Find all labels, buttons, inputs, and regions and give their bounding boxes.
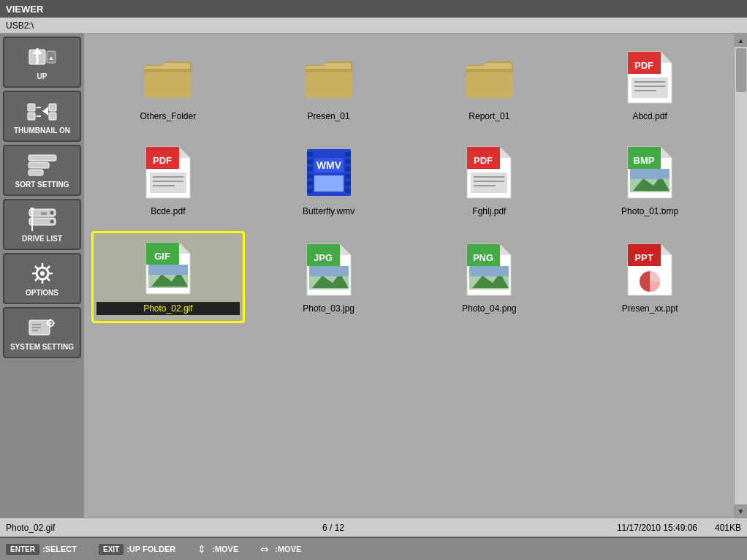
file-item-bcde-pdf[interactable]: PDF Bcde.pdf: [91, 136, 245, 224]
others-folder-name: Others_Folder: [140, 111, 197, 121]
butterfly-wmv-icon-wrap: WMV: [300, 143, 358, 202]
svg-rect-10: [49, 104, 56, 111]
svg-rect-66: [307, 174, 313, 178]
wmv-icon: WMV: [303, 143, 354, 202]
file-item-photo-01-bmp[interactable]: BMP Photo_01.bmp: [573, 136, 727, 224]
svg-rect-19: [41, 212, 47, 215]
file-grid: Others_Folder Presen_01: [84, 34, 734, 518]
photo-04-png-icon-wrap: PNG: [460, 241, 518, 299]
svg-rect-69: [345, 152, 351, 156]
svg-rect-74: [345, 189, 351, 193]
up-icon: ▲: [26, 44, 58, 70]
sort-button[interactable]: SORT SETTING: [3, 145, 81, 196]
svg-rect-70: [345, 159, 351, 164]
abcd-pdf-icon-wrap: PDF: [621, 48, 679, 107]
svg-rect-58: [150, 173, 186, 193]
bottom-bar: ENTER :SELECT EXIT :UP FOLDER ⇕ :MOVE ⇔ …: [0, 537, 747, 560]
svg-text:PDF: PDF: [634, 60, 653, 71]
gif-icon: GIF: [143, 239, 194, 298]
svg-marker-116: [661, 244, 672, 255]
svg-point-18: [50, 220, 53, 224]
app-title: VIEWER: [6, 4, 43, 15]
png-icon: PNG: [463, 241, 515, 299]
svg-rect-91: [630, 169, 670, 179]
svg-text:GIF: GIF: [154, 251, 170, 262]
svg-marker-79: [500, 147, 511, 158]
svg-marker-95: [179, 243, 190, 254]
file-item-abcd-pdf[interactable]: PDF Abcd.pdf: [573, 41, 727, 129]
exit-key: EXIT: [99, 544, 124, 555]
move-ud-label: :MOVE: [212, 545, 238, 553]
abcd-pdf-name: Abcd.pdf: [632, 111, 667, 121]
pdf-icon: PDF: [463, 143, 515, 202]
file-area-wrapper: Others_Folder Presen_01: [84, 34, 747, 518]
scroll-down-arrow[interactable]: ▼: [735, 504, 748, 518]
sidebar: ▲ UP THUMBNAIL ON SORT SE: [0, 34, 84, 518]
svg-marker-45: [661, 52, 672, 63]
current-path: USB2:\: [6, 20, 34, 31]
drive-icon: [26, 206, 58, 232]
presen-01-icon-wrap: [300, 48, 358, 107]
bottom-move-ud: ⇕ :MOVE: [197, 543, 238, 555]
pdf-icon: PDF: [624, 48, 675, 107]
thumbnail-button[interactable]: THUMBNAIL ON: [3, 91, 81, 142]
move-ud-arrow: ⇕: [197, 543, 206, 555]
svg-text:▲: ▲: [48, 55, 54, 61]
file-item-photo-03-jpg[interactable]: JPG Photo_03.jpg: [252, 231, 406, 323]
status-filename: Photo_02.gif: [6, 523, 152, 533]
presen-xx-ppt-name: Presen_xx.ppt: [622, 303, 678, 314]
bottom-move-lr: ⇔ :MOVE: [260, 543, 301, 555]
file-item-fghij-pdf[interactable]: PDF Fghlj.pdf: [413, 136, 566, 224]
status-bar: Photo_02.gif 6 / 12 11/17/2010 15:49:06 …: [0, 518, 747, 537]
svg-point-37: [49, 322, 51, 325]
options-button[interactable]: OPTIONS: [3, 253, 81, 304]
system-label: SYSTEM SETTING: [10, 343, 74, 351]
bottom-enter: ENTER :SELECT: [6, 544, 77, 555]
svg-text:WMV: WMV: [316, 159, 342, 171]
path-bar: USB2:\: [0, 18, 747, 34]
folder-icon: [301, 54, 356, 102]
drive-button[interactable]: DRIVE LIST: [3, 199, 81, 250]
fghij-pdf-icon-wrap: PDF: [460, 143, 518, 202]
up-button[interactable]: ▲ UP: [3, 37, 81, 88]
file-item-report-01[interactable]: Report_01: [413, 41, 566, 129]
file-item-photo-04-png[interactable]: PNG Photo_04.png: [413, 231, 566, 323]
presen-01-name: Presen_01: [308, 111, 350, 121]
svg-line-31: [35, 278, 39, 281]
thumbnail-label: THUMBNAIL ON: [14, 126, 70, 135]
move-lr-arrow: ⇔: [260, 543, 269, 555]
svg-text:PNG: PNG: [473, 252, 493, 263]
scroll-track[interactable]: [735, 47, 747, 504]
svg-rect-12: [29, 155, 56, 161]
file-item-photo-02-gif[interactable]: GIF Photo_02.gif: [91, 231, 245, 323]
svg-line-30: [46, 266, 50, 270]
file-item-butterfly-wmv[interactable]: WMV Butterfly.wmv: [252, 136, 406, 224]
svg-point-23: [40, 271, 45, 276]
svg-marker-9: [42, 107, 48, 116]
system-button[interactable]: SYSTEM SETTING: [3, 307, 81, 358]
svg-line-28: [35, 266, 39, 270]
file-item-others-folder[interactable]: Others_Folder: [91, 41, 245, 129]
svg-marker-88: [661, 147, 672, 158]
svg-rect-65: [307, 167, 313, 171]
file-item-presen-01[interactable]: Presen_01: [252, 41, 406, 129]
scroll-up-arrow[interactable]: ▲: [735, 34, 748, 47]
svg-rect-105: [309, 266, 349, 276]
svg-line-43: [52, 325, 53, 327]
main-area: ▲ UP THUMBNAIL ON SORT SE: [0, 34, 747, 518]
photo-03-jpg-name: Photo_03.jpg: [303, 303, 354, 314]
svg-rect-71: [345, 167, 351, 171]
file-item-presen-xx-ppt[interactable]: PPT Presen_xx.ppt: [573, 231, 727, 323]
report-01-icon-wrap: [460, 48, 518, 107]
svg-rect-64: [307, 159, 313, 164]
options-icon: [26, 260, 58, 287]
svg-rect-72: [345, 174, 351, 178]
exit-label: :UP FOLDER: [126, 545, 175, 553]
others-folder-icon-wrap: [139, 48, 197, 107]
enter-label: :SELECT: [42, 545, 77, 553]
ppt-icon: PPT: [624, 241, 675, 299]
scroll-thumb[interactable]: [736, 48, 746, 92]
enter-key: ENTER: [6, 544, 39, 555]
title-bar: VIEWER: [0, 0, 747, 18]
svg-rect-13: [29, 162, 49, 168]
